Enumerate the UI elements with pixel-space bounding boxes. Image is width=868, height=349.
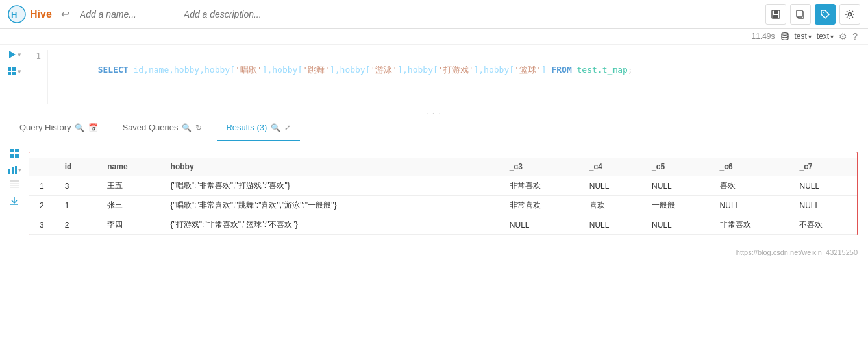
app-logo: H Hive <box>8 5 52 23</box>
editor-left-toolbar: ▾ ▾ <box>0 45 29 110</box>
run-button[interactable]: ▾ <box>7 50 21 59</box>
svg-rect-23 <box>10 183 19 184</box>
svg-rect-20 <box>12 167 14 174</box>
results-section: ▾ id name hobby _c3 _c4 <box>0 141 868 246</box>
line-numbers: 1 <box>29 50 48 104</box>
svg-rect-13 <box>8 72 11 75</box>
save-button[interactable] <box>765 4 786 25</box>
query-description-input[interactable] <box>184 9 327 19</box>
saved-queries-label: Saved Queries <box>122 123 178 132</box>
execution-time: 11.49s <box>751 32 775 41</box>
history-icon[interactable]: 📅 <box>88 123 98 132</box>
col-rownum <box>29 158 55 176</box>
cell-c4-3: NULL <box>579 215 641 235</box>
cell-spacer-1 <box>447 176 499 196</box>
svg-rect-19 <box>8 169 10 174</box>
cell-id-1: 3 <box>55 176 97 196</box>
svg-point-8 <box>849 12 852 16</box>
tab-query-history[interactable]: Query History 🔍 📅 <box>10 115 107 141</box>
tag-icon <box>820 9 830 19</box>
cell-hobby-1: {"唱歌":"非常喜欢","打游戏":"喜欢"} <box>160 176 447 196</box>
cell-c7-2: NULL <box>789 196 857 215</box>
cell-c7-3: 不喜欢 <box>789 215 857 235</box>
cell-id-3: 2 <box>55 215 97 235</box>
results-table-wrapper: id name hobby _c3 _c4 _c5 _c6 _c7 1 <box>29 152 858 235</box>
col-name: name <box>97 158 160 176</box>
svg-rect-25 <box>10 187 19 188</box>
query-history-label: Query History <box>19 123 71 132</box>
undo-button[interactable]: ↩ <box>58 5 72 23</box>
cell-name-1: 王五 <box>97 176 160 196</box>
table-icon <box>9 180 19 189</box>
saved-search-icon[interactable]: 🔍 <box>182 123 192 132</box>
tag-button[interactable] <box>815 4 836 25</box>
chart-icon <box>8 165 18 174</box>
format-selector[interactable]: text <box>817 32 834 41</box>
chart-icon-button[interactable]: ▾ <box>8 165 21 174</box>
editor-meta-bar: 11.49s test text ⚙ ? <box>0 29 868 45</box>
svg-rect-12 <box>12 67 16 71</box>
footer-url: https://blog.csdn.net/weixin_43215250 <box>0 246 868 259</box>
expand-icon[interactable]: ▾ <box>7 67 21 76</box>
svg-rect-3 <box>774 10 778 14</box>
copy-button[interactable] <box>790 4 811 25</box>
refresh-icon[interactable]: ↻ <box>195 123 202 132</box>
svg-rect-15 <box>10 149 14 152</box>
play-icon <box>7 50 16 59</box>
code-content[interactable]: SELECT id,name,hobby,hobby['唱歌'],hobby['… <box>48 50 642 104</box>
database-selector[interactable]: test <box>795 32 812 41</box>
settings-button[interactable] <box>839 4 860 25</box>
col-hobby: hobby <box>160 158 447 176</box>
editor-area: 11.49s test text ⚙ ? ▾ ▾ 1 <box>0 29 868 110</box>
header-action-buttons <box>765 4 860 25</box>
table-header: id name hobby _c3 _c4 _c5 _c6 _c7 <box>29 158 857 176</box>
cell-c4-2: 喜欢 <box>579 196 641 215</box>
footer-link: https://blog.csdn.net/weixin_43215250 <box>736 248 858 256</box>
tab-divider-1 <box>110 122 110 135</box>
expand-results-icon[interactable]: ⤢ <box>284 123 291 132</box>
tab-saved-queries[interactable]: Saved Queries 🔍 ↻ <box>113 115 211 141</box>
tab-divider-2 <box>214 122 214 135</box>
download-icon <box>9 196 19 206</box>
cell-c6-1: 喜欢 <box>710 176 789 196</box>
results-table: id name hobby _c3 _c4 _c5 _c6 _c7 1 <box>29 158 857 235</box>
cell-c3-3: NULL <box>499 215 579 235</box>
cell-c7-1: NULL <box>789 176 857 196</box>
col-c4: _c4 <box>579 158 641 176</box>
cell-id-2: 1 <box>55 196 97 215</box>
row-num-2: 2 <box>29 196 55 215</box>
query-name-input[interactable] <box>80 9 184 19</box>
svg-rect-21 <box>15 166 17 174</box>
editor-settings-icon[interactable]: ⚙ <box>839 31 847 42</box>
col-c6: _c6 <box>710 158 789 176</box>
results-table-container: id name hobby _c3 _c4 _c5 _c6 _c7 1 <box>29 141 868 246</box>
results-left-toolbar: ▾ <box>0 141 29 246</box>
gear-icon <box>845 9 855 19</box>
cell-c6-3: 非常喜欢 <box>710 215 789 235</box>
col-c3: _c3 <box>499 158 579 176</box>
col-c5: _c5 <box>641 158 709 176</box>
database-icon <box>780 32 789 41</box>
table-body: 1 3 王五 {"唱歌":"非常喜欢","打游戏":"喜欢"} 非常喜欢 NUL… <box>29 176 857 235</box>
download-icon-button[interactable] <box>9 196 19 208</box>
search-icon[interactable]: 🔍 <box>75 123 84 132</box>
app-title: Hive <box>30 8 52 20</box>
cell-name-2: 张三 <box>97 196 160 215</box>
col-spacer <box>447 158 499 176</box>
svg-point-7 <box>823 12 824 13</box>
header-row: id name hobby _c3 _c4 _c5 _c6 _c7 <box>29 158 857 176</box>
results-search-icon[interactable]: 🔍 <box>271 123 280 132</box>
code-editor[interactable]: 1 SELECT id,name,hobby,hobby['唱歌'],hobby… <box>29 45 868 110</box>
results-label: Results (3) <box>226 123 267 132</box>
app-header: H Hive ↩ <box>0 0 868 29</box>
svg-rect-14 <box>12 72 16 75</box>
cell-spacer-3 <box>447 215 499 235</box>
svg-rect-17 <box>10 154 14 158</box>
editor-help-icon[interactable]: ? <box>852 31 858 42</box>
tabs-bar: Query History 🔍 📅 Saved Queries 🔍 ↻ Resu… <box>0 115 868 141</box>
hive-logo-icon: H <box>8 5 26 23</box>
table-icon-button[interactable] <box>9 180 19 191</box>
grid-icon-button[interactable] <box>9 148 19 160</box>
tab-results[interactable]: Results (3) 🔍 ⤢ <box>217 115 300 141</box>
save-icon <box>771 9 781 19</box>
